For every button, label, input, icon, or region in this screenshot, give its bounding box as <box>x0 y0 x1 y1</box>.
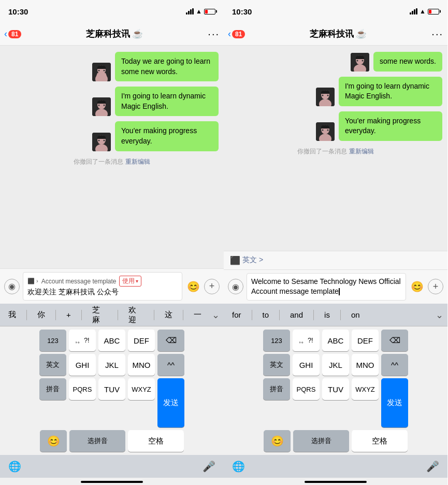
add-button-left[interactable]: + <box>204 279 220 294</box>
key-ghi[interactable]: GHI <box>69 354 96 376</box>
recall-notice: 你撤回了一条消息 重新编辑 <box>229 147 442 156</box>
emoji-button-right[interactable]: 😊 <box>409 279 425 294</box>
key-space[interactable]: 空格 <box>128 430 184 452</box>
template-row: ⬛ › Account message template 使用 ▾ <box>27 276 178 287</box>
back-button-left[interactable]: ‹ 81 <box>4 28 21 39</box>
recall-reedit-link[interactable]: 重新编辑 <box>349 148 374 155</box>
key-english[interactable]: 英文 <box>263 354 290 376</box>
key-punct[interactable]: ,。?! <box>69 330 96 351</box>
recall-text: 你撤回了一条消息 <box>297 148 347 155</box>
key-jkl[interactable]: JKL <box>98 354 125 376</box>
suggestion-item[interactable]: + <box>62 308 75 321</box>
globe-icon[interactable]: 🌐 <box>8 460 21 473</box>
key-ghi[interactable]: GHI <box>293 354 320 376</box>
suggestion-item[interactable]: 我 <box>4 308 20 322</box>
key-caps[interactable]: ^^ <box>381 354 408 376</box>
key-backspace[interactable]: ⌫ <box>381 330 408 351</box>
suggestion-item[interactable]: 欢迎 <box>124 303 148 327</box>
key-select-pinyin[interactable]: 选拼音 <box>293 430 349 452</box>
key-backspace[interactable]: ⌫ <box>157 330 184 351</box>
key-123[interactable]: 123 <box>263 330 290 351</box>
use-button[interactable]: 使用 ▾ <box>119 276 141 287</box>
key-english[interactable]: 英文 <box>39 354 66 376</box>
key-def[interactable]: DEF <box>352 330 379 351</box>
recall-reedit-link[interactable]: 重新编辑 <box>125 158 150 165</box>
key-caps[interactable]: ^^ <box>157 354 184 376</box>
key-punct[interactable]: ,。?! <box>293 330 320 351</box>
divider <box>118 310 118 320</box>
key-abc[interactable]: ABC <box>322 330 349 351</box>
nav-bar-right: ‹ 81 芝麻科技讯 ☕ ··· <box>224 23 447 46</box>
signal-icon <box>410 8 417 15</box>
home-indicator <box>305 481 367 483</box>
nav-title-right: 芝麻科技讯 ☕ <box>310 28 367 40</box>
status-icons-right: ▲ <box>410 8 439 15</box>
svg-point-9 <box>104 105 105 106</box>
key-pinyin[interactable]: 拼音 <box>263 378 290 400</box>
key-emoji[interactable]: 😊 <box>264 430 291 452</box>
translate-bar[interactable]: ⬛ 英文 > <box>224 251 447 269</box>
suggestion-item[interactable]: on <box>347 308 364 321</box>
suggestion-item[interactable]: 这 <box>161 308 177 322</box>
suggestion-item[interactable]: 一 <box>190 308 206 322</box>
key-send-right[interactable]: 发送 <box>381 378 408 427</box>
suggestion-item[interactable]: is <box>320 308 334 321</box>
emoji-button-left[interactable]: 😊 <box>185 279 201 294</box>
keyboard-bottom-left: 🌐 🎤 <box>0 455 224 478</box>
key-tuv[interactable]: TUV <box>98 378 125 400</box>
status-bar-right: 10:30 ▲ <box>224 0 447 23</box>
key-pqrs[interactable]: PQRS <box>69 378 96 400</box>
key-abc[interactable]: ABC <box>98 330 125 351</box>
nav-title-text-right: 芝麻科技讯 <box>310 28 354 40</box>
more-button-right[interactable]: ··· <box>431 28 443 40</box>
suggestion-item[interactable]: and <box>286 308 307 321</box>
key-123[interactable]: 123 <box>39 330 66 351</box>
key-select-pinyin[interactable]: 选拼音 <box>69 430 125 452</box>
nav-title-text-left: 芝麻科技讯 <box>86 28 130 40</box>
message-row: Today we are going to learn some new wor… <box>5 52 219 81</box>
status-icons-left: ▲ <box>186 8 215 15</box>
message-bubble: You'er making progress everyday. <box>339 111 442 141</box>
key-def[interactable]: DEF <box>128 330 155 351</box>
time-left: 10:30 <box>8 7 28 16</box>
key-mno[interactable]: MNO <box>352 354 379 376</box>
key-pinyin[interactable]: 拼音 <box>39 378 66 400</box>
more-button-left[interactable]: ··· <box>208 28 220 40</box>
expand-suggestions-icon[interactable]: ⌄ <box>212 309 220 321</box>
svg-point-3 <box>98 70 100 72</box>
mic-icon[interactable]: 🎤 <box>203 460 215 473</box>
key-wxyz[interactable]: WXYZ <box>352 378 379 400</box>
suggestion-item[interactable]: 你 <box>33 308 49 322</box>
key-wxyz[interactable]: WXYZ <box>128 378 155 400</box>
key-space[interactable]: 空格 <box>352 430 408 452</box>
divider <box>26 310 27 320</box>
chat-area-left: Today we are going to learn some new wor… <box>0 46 224 268</box>
key-jkl[interactable]: JKL <box>322 354 349 376</box>
nav-title-icon-right: ☕ <box>356 28 367 39</box>
voice-button-right[interactable]: ◉ <box>228 279 243 294</box>
globe-icon[interactable]: 🌐 <box>232 460 245 473</box>
key-pqrs[interactable]: PQRS <box>293 378 320 400</box>
input-textbox-right[interactable]: Welcome to Sesame Technology News Offici… <box>247 273 406 301</box>
recall-text: 你撤回了一条消息 <box>74 158 123 165</box>
message-text: Today we are going to learn some new wor… <box>121 57 210 76</box>
keyboard-right: 123 ,。?! ABC DEF ⌫ 英文 GHI JKL MNO ^^ 拼音 … <box>224 326 447 455</box>
expand-suggestions-icon[interactable]: ⌄ <box>436 309 443 321</box>
voice-button-left[interactable]: ◉ <box>4 279 20 294</box>
key-send-left[interactable]: 发送 <box>157 378 184 427</box>
input-textbox-left[interactable]: ⬛ › Account message template 使用 ▾ 欢迎关注 芝… <box>23 272 182 301</box>
time-right: 10:30 <box>232 7 252 16</box>
mic-icon[interactable]: 🎤 <box>426 460 439 473</box>
suggestion-item[interactable]: to <box>258 308 273 321</box>
suggestion-item[interactable]: for <box>228 308 245 321</box>
input-main-text: 欢迎关注 芝麻科技讯 公众号 <box>27 288 119 297</box>
key-emoji[interactable]: 😊 <box>40 430 67 452</box>
avatar <box>316 88 335 106</box>
message-bubble: I'm going to learn dynamic Magic English… <box>115 87 219 116</box>
key-tuv[interactable]: TUV <box>322 378 349 400</box>
back-button-right[interactable]: ‹ 81 <box>228 28 245 39</box>
add-button-right[interactable]: + <box>428 279 443 294</box>
suggestion-item[interactable]: 芝麻 <box>88 303 111 327</box>
key-mno[interactable]: MNO <box>128 354 155 376</box>
avatar <box>316 122 335 141</box>
